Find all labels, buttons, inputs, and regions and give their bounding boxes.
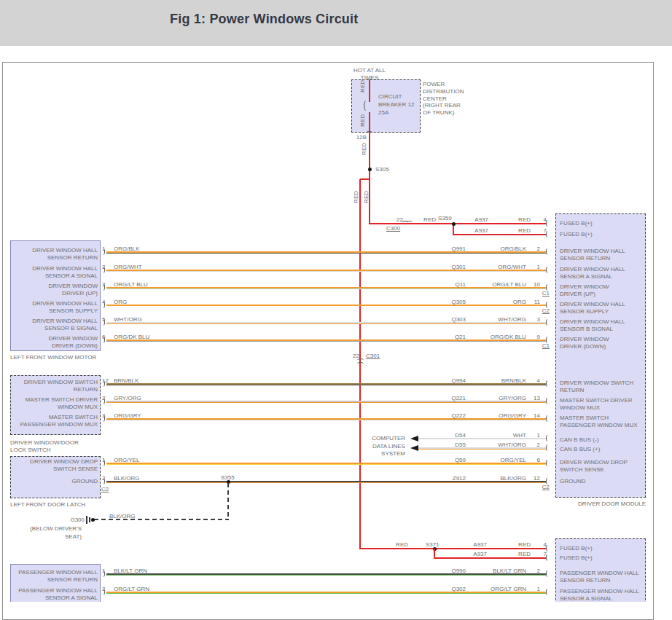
power-distribution-center-label: (RIGHT REAR: [423, 102, 461, 109]
circuit-breaker-label: BREAKER 12: [378, 101, 414, 108]
module-pin-label: FUSED B(+): [560, 554, 593, 561]
pin-connector-arc: [546, 283, 551, 291]
component-pin-label: PASSENGER WINDOW HALL: [0, 569, 98, 576]
pin-connector-arc: [100, 477, 105, 485]
component-pin-label: SENSOR SUPPLY: [0, 307, 98, 314]
module-pin-label: DRIVER WINDOW HALL: [560, 248, 625, 254]
component-pin-label: RETURN: [0, 386, 98, 393]
wire-red: [434, 557, 546, 559]
component-pin-label: DRIVER (UP): [0, 290, 98, 297]
wire-dashed: [227, 483, 229, 519]
wire-red: [360, 548, 546, 549]
pin-number: 6: [416, 457, 540, 463]
wire-color-label: RED: [361, 143, 367, 155]
module-pin-label: DRIVER WINDOW HALL: [560, 301, 625, 307]
pin-number: 2: [416, 442, 540, 448]
component-name-label: DRIVER DOOR MODULE: [522, 501, 646, 507]
pin-connector-arc: [546, 544, 551, 552]
component-pin-label: SENSOR RETURN: [0, 254, 98, 261]
module-pin-label: PASSENGER WINDOW MUX: [560, 422, 638, 428]
component-name-label: DRIVER WINDOW/DOOR: [10, 439, 79, 446]
component-pin-label: MASTER SWITCH: [0, 414, 98, 420]
ground-dot: [91, 518, 95, 522]
page: { "header": { "title": "Fig 1: Power Win…: [0, 0, 672, 620]
component-pin-label: PASSENGER WINDOW HALL: [0, 587, 98, 594]
pin-number: 1: [416, 432, 540, 439]
pin-connector-arc: [546, 318, 551, 326]
wire-red: [369, 223, 546, 224]
module-pin-label: SENSOR B SIGNAL: [560, 326, 613, 332]
wiring-diagram: HOT AT ALLTIMESREDREDCIRCUITBREAKER 1225…: [0, 0, 672, 602]
pin-connector-arc: [546, 415, 551, 423]
pin-connector-arc: [546, 301, 551, 309]
pin-connector-arc: [100, 336, 105, 344]
computer-data-lines-label: DATA LINES: [281, 443, 405, 450]
component-name-label: LEFT FRONT WINDOW MOTOR: [10, 354, 96, 361]
wire-red: [360, 178, 370, 180]
component-pin-label: DRIVER WINDOW HALL: [0, 265, 98, 272]
module-pin-label: PASSENGER WINDOW HALL: [560, 570, 639, 576]
computer-data-lines-label: COMPUTER: [281, 435, 405, 442]
module-pin-label: SENSOR A SIGNAL: [560, 273, 612, 280]
component-pin-label: PASSENGER WINDOW MUX: [0, 421, 98, 428]
pin-connector-arc: [546, 444, 551, 452]
module-pin-label: DRIVER WINDOW SWITCH: [560, 380, 633, 386]
component-pin-label: DRIVER WINDOW: [0, 335, 98, 342]
ground-location-label: (BELOW DRIVER'S: [0, 525, 82, 532]
pin-number: 4: [416, 377, 540, 384]
ground-code-label: G300: [0, 517, 85, 523]
module-pin-label: SENSOR SUPPLY: [560, 308, 609, 315]
module-pin-label: SENSOR A SIGNAL: [560, 595, 612, 602]
component-pin-label: SENSOR B SIGNAL: [0, 325, 98, 331]
wire-color-label: RED: [353, 191, 359, 203]
module-pin-label: FUSED B(+): [560, 545, 593, 552]
module-pin-label: DRIVER WINDOW DROP: [560, 459, 628, 466]
splice-label-s305: S305: [375, 166, 389, 173]
pin-number: 2: [416, 568, 540, 574]
component-name-label: LEFT FRONT DOOR LATCH: [10, 501, 85, 508]
pin-connector-arc: [546, 248, 551, 256]
component-pin-label: DRIVER WINDOW: [0, 283, 98, 289]
component-pin-label: DRIVER WINDOW SWITCH: [0, 379, 98, 385]
module-pin-label: MASTER SWITCH DRIVER: [560, 397, 633, 404]
pin-connector-arc: [100, 415, 105, 423]
pin-connector-arc: [100, 397, 105, 405]
connector-label: C2: [426, 307, 550, 314]
hot-at-all-times-label: HOT AT ALL: [326, 67, 413, 74]
power-distribution-center-label: DISTRIBUTION: [423, 88, 464, 95]
module-pin-label: PASSENGER WINDOW HALL: [560, 588, 639, 595]
circuit-breaker-label: 25A: [378, 109, 388, 116]
circuit-breaker-symbol: [364, 99, 372, 112]
pin-number: 9: [416, 334, 540, 340]
connector-label-c301: C301: [366, 353, 380, 359]
component-pin-label: DRIVER (DOWN): [0, 342, 98, 349]
wire-color-label: RED: [363, 191, 370, 203]
component-pin-label: SENSOR A SIGNAL: [0, 272, 98, 279]
module-pin-label: GROUND: [560, 478, 586, 484]
connector-label: C1: [426, 290, 550, 297]
ground-location-label: SEAT): [0, 533, 82, 540]
pin-connector-arc: [100, 266, 105, 274]
component-pin-label: DRIVER WINDOW HALL: [0, 300, 98, 307]
pin-connector-arc: [546, 219, 551, 227]
pin-connector-arc: [546, 266, 551, 274]
ground-bar: [86, 516, 87, 524]
pin-connector-arc: [100, 248, 105, 256]
pin-number: 11: [416, 299, 540, 305]
inline-connector-arc: [356, 362, 364, 366]
connector-label: C2: [101, 486, 109, 493]
module-pin-label: CAN B BUS (+): [560, 446, 600, 452]
pin-connector-arc: [546, 477, 551, 485]
connector-pin-label: 22: [235, 353, 359, 359]
module-pin-label: DRIVER WINDOW: [560, 336, 609, 342]
module-pin-label: FUSED B(+): [560, 231, 593, 238]
pin-number: 3: [416, 316, 540, 323]
component-pin-label: SENSOR A SIGNAL: [0, 595, 98, 601]
module-pin-label: DRIVER WINDOW HALL: [560, 318, 625, 325]
fuse-tap-label: 12B: [243, 134, 367, 141]
pin-connector-arc: [100, 283, 105, 291]
pin-connector-arc: [546, 380, 551, 388]
pin-connector-arc: [546, 570, 551, 578]
pin-connector-arc: [100, 380, 105, 388]
component-pin-label: SENSOR RETURN: [0, 576, 98, 583]
